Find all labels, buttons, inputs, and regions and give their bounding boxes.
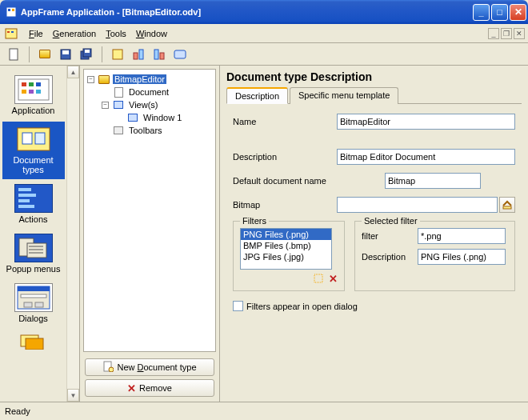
- svg-rect-14: [139, 50, 143, 59]
- filter-description-input[interactable]: [418, 249, 506, 265]
- rail-item-document-types[interactable]: Document types: [2, 122, 65, 179]
- description-label: Description: [233, 152, 337, 162]
- scroll-down-button[interactable]: ▼: [67, 389, 79, 402]
- remove-button[interactable]: ✕ Remove: [85, 379, 214, 397]
- svg-rect-27: [35, 133, 45, 144]
- document-tree[interactable]: − BitmapEditor Document − View(s) Window…: [83, 69, 216, 352]
- svg-rect-16: [160, 53, 164, 59]
- svg-rect-28: [18, 188, 31, 191]
- rail-scrollbar[interactable]: ▲ ▼: [66, 66, 79, 402]
- maximize-button[interactable]: □: [491, 4, 508, 21]
- tree-node-root[interactable]: − BitmapEditor: [87, 73, 212, 86]
- application-icon: [14, 75, 53, 104]
- tabs: Description Specific menu template: [226, 86, 522, 104]
- tree-node-views[interactable]: − View(s): [87, 98, 212, 111]
- generate-icon[interactable]: [109, 46, 126, 63]
- svg-rect-43: [26, 338, 43, 350]
- titlebar: AppFrame Application - [BitmapEditor.odv…: [0, 0, 528, 24]
- svg-rect-23: [29, 90, 34, 94]
- open-icon[interactable]: [36, 46, 54, 63]
- menu-window[interactable]: Window: [131, 27, 172, 40]
- tree-node-toolbars[interactable]: Toolbars: [87, 124, 212, 137]
- svg-rect-46: [503, 206, 511, 209]
- window-icon: [126, 112, 139, 123]
- svg-point-45: [109, 367, 114, 372]
- default-doc-name-label: Default document name: [233, 176, 385, 186]
- preview-icon[interactable]: [171, 46, 189, 63]
- mdi-minimize-button[interactable]: _: [488, 28, 499, 39]
- tab-description[interactable]: Description: [226, 87, 288, 104]
- svg-rect-30: [18, 199, 30, 202]
- minimize-button[interactable]: _: [473, 4, 490, 21]
- mdi-restore-button[interactable]: ❐: [501, 28, 512, 39]
- filter-description-label: Description: [362, 252, 418, 262]
- svg-rect-31: [18, 205, 34, 208]
- list-item[interactable]: BMP Files (.bmp): [241, 240, 331, 251]
- collapse-icon[interactable]: −: [87, 76, 94, 83]
- saveall-icon[interactable]: [78, 46, 95, 63]
- tree-node-window1[interactable]: Window 1: [87, 111, 212, 124]
- rail-item-more[interactable]: [2, 330, 65, 351]
- default-doc-name-input[interactable]: [385, 173, 481, 189]
- document-icon: [112, 86, 125, 98]
- rail-item-popup-menus[interactable]: Popup menus: [2, 230, 65, 278]
- remove-filter-button[interactable]: ✕: [329, 273, 338, 286]
- tab-specific-menu[interactable]: Specific menu template: [290, 87, 398, 104]
- new-file-icon[interactable]: [5, 46, 22, 63]
- svg-rect-15: [154, 50, 158, 59]
- selected-filter-fieldset: Selected filter filter Description: [354, 221, 515, 291]
- folder-icon: [98, 74, 110, 85]
- mdi-close-button[interactable]: ✕: [514, 28, 525, 39]
- filters-fieldset: Filters PNG Files (.png) BMP Files (.bmp…: [233, 221, 345, 291]
- toolbar: [0, 43, 528, 66]
- browse-bitmap-button[interactable]: [499, 197, 515, 213]
- views-icon: [112, 99, 125, 110]
- menu-generation[interactable]: Generation: [48, 27, 101, 40]
- wizard2-icon[interactable]: [150, 46, 168, 63]
- list-item[interactable]: PNG Files (.png): [241, 229, 331, 240]
- description-input[interactable]: [337, 149, 515, 165]
- svg-rect-24: [36, 90, 41, 94]
- filter-pattern-input[interactable]: [418, 228, 506, 244]
- filters-appear-checkbox[interactable]: [233, 301, 243, 311]
- list-item[interactable]: JPG Files (.jpg): [241, 251, 331, 262]
- svg-rect-40: [24, 302, 32, 307]
- rail-label: Application: [12, 106, 55, 115]
- menu-tools[interactable]: Tools: [101, 27, 131, 40]
- bitmap-label: Bitmap: [233, 200, 337, 210]
- new-document-type-button[interactable]: New Document type: [85, 358, 214, 376]
- scroll-up-button[interactable]: ▲: [67, 66, 79, 78]
- svg-rect-21: [36, 82, 41, 86]
- svg-rect-22: [22, 90, 26, 94]
- wizard1-icon[interactable]: [130, 46, 147, 63]
- toolbars-icon: [112, 125, 125, 136]
- svg-rect-20: [29, 82, 34, 86]
- rail-item-application[interactable]: Application: [2, 72, 65, 120]
- svg-rect-17: [174, 50, 186, 58]
- new-icon: [102, 361, 114, 374]
- rail-label: Dialogs: [18, 314, 48, 323]
- tree-node-document[interactable]: Document: [87, 86, 212, 98]
- svg-rect-29: [18, 194, 36, 197]
- bitmap-input[interactable]: [337, 197, 498, 213]
- menu-file[interactable]: File: [24, 27, 48, 40]
- svg-rect-26: [22, 133, 32, 144]
- rail-item-actions[interactable]: Actions: [2, 181, 65, 229]
- delete-icon: ✕: [127, 382, 136, 394]
- mdi-system-icon[interactable]: [3, 26, 19, 42]
- filters-listbox[interactable]: PNG Files (.png) BMP Files (.bmp) JPG Fi…: [240, 228, 332, 270]
- dialogs-icon: [14, 283, 53, 312]
- rail-item-dialogs[interactable]: Dialogs: [2, 280, 65, 328]
- workspace: Application Document types Actions Popup…: [0, 66, 528, 402]
- close-button[interactable]: ✕: [510, 4, 526, 21]
- svg-rect-4: [7, 31, 10, 33]
- left-navigation: Application Document types Actions Popup…: [0, 66, 80, 402]
- add-filter-button[interactable]: [313, 273, 324, 286]
- svg-rect-19: [22, 82, 26, 86]
- collapse-icon[interactable]: −: [102, 102, 109, 109]
- save-icon[interactable]: [57, 46, 74, 63]
- folders-icon: [14, 334, 53, 350]
- name-input[interactable]: [337, 114, 515, 130]
- window-title: AppFrame Application - [BitmapEditor.odv…: [21, 7, 473, 17]
- popup-menus-icon: [14, 234, 53, 262]
